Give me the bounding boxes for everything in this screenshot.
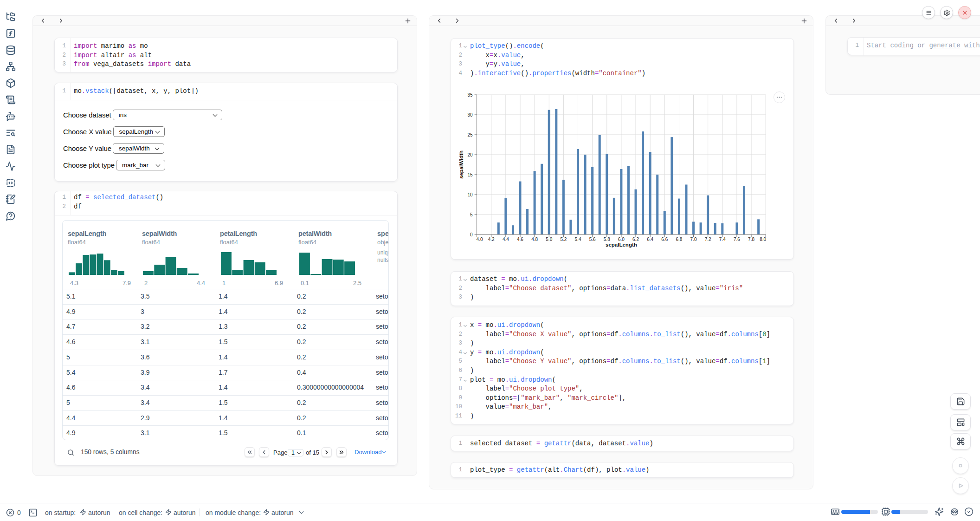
svg-text:6.2: 6.2 [632, 237, 639, 242]
svg-text:5.8: 5.8 [604, 237, 610, 242]
svg-text:4.2: 4.2 [488, 237, 495, 242]
svg-text:6.4: 6.4 [647, 237, 653, 242]
svg-text:25: 25 [467, 132, 473, 137]
svg-text:8.0: 8.0 [760, 237, 766, 242]
svg-text:sepalWidth: sepalWidth [458, 150, 464, 179]
svg-text:7.4: 7.4 [719, 237, 726, 242]
svg-text:4.6: 4.6 [517, 237, 523, 242]
svg-text:35: 35 [467, 92, 473, 98]
svg-text:4.4: 4.4 [503, 237, 509, 242]
svg-text:5.6: 5.6 [589, 237, 596, 242]
svg-text:7.2: 7.2 [705, 237, 711, 242]
svg-text:6.0: 6.0 [618, 237, 625, 242]
svg-text:20: 20 [467, 152, 473, 157]
svg-text:4.8: 4.8 [531, 237, 538, 242]
svg-text:5.0: 5.0 [546, 237, 552, 242]
svg-text:10: 10 [467, 192, 473, 197]
svg-text:15: 15 [467, 172, 473, 177]
svg-text:7.0: 7.0 [690, 237, 697, 242]
svg-text:0: 0 [470, 232, 473, 237]
svg-text:6.6: 6.6 [661, 237, 668, 242]
svg-text:5: 5 [470, 212, 473, 217]
svg-text:sepalLength: sepalLength [606, 242, 637, 247]
svg-text:30: 30 [467, 112, 473, 117]
svg-text:7.8: 7.8 [748, 237, 754, 242]
svg-text:4.0: 4.0 [477, 237, 483, 242]
svg-text:6.8: 6.8 [676, 237, 682, 242]
svg-text:7.6: 7.6 [734, 237, 740, 242]
svg-text:5.2: 5.2 [560, 237, 567, 242]
svg-text:5.4: 5.4 [575, 237, 581, 242]
